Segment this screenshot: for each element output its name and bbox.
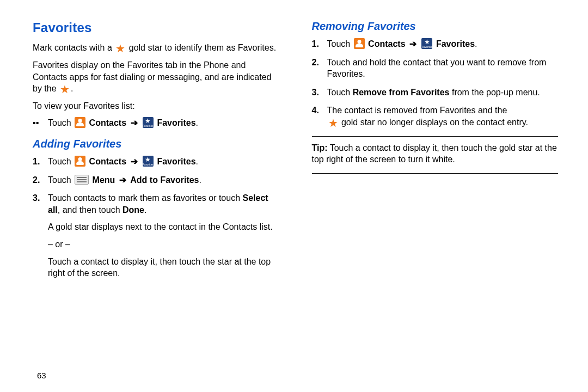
section-title: Favorites bbox=[33, 19, 279, 36]
text: Touch bbox=[327, 88, 353, 97]
text: Mark contacts with a bbox=[33, 43, 114, 52]
or-separator: – or – bbox=[48, 238, 279, 250]
menu-icon bbox=[75, 175, 89, 185]
step-note: A gold star displays next to the contact… bbox=[48, 221, 279, 233]
text: The contact is removed from Favorites an… bbox=[327, 106, 507, 115]
manual-page: Favorites Mark contacts with a ★ gold st… bbox=[0, 0, 588, 392]
label: Add to Favorites bbox=[130, 175, 199, 185]
text: gold star no longer displays on the cont… bbox=[341, 118, 528, 127]
step-item: Touch Remove from Favorites from the pop… bbox=[312, 87, 559, 99]
text: . bbox=[196, 118, 198, 127]
tip-text: Touch a contact to display it, then touc… bbox=[312, 143, 557, 164]
label: Favorites bbox=[157, 118, 195, 127]
label: Remove from Favorites bbox=[353, 88, 450, 97]
favorites-icon: ★Favorites bbox=[143, 117, 154, 128]
step-item: Touch contacts to mark them as favorites… bbox=[33, 192, 279, 279]
arrow-icon: ➔ bbox=[131, 157, 138, 166]
removing-steps: Touch Contacts ➔ ★Favorites Favorites. T… bbox=[312, 38, 559, 128]
step-item: The contact is removed from Favorites an… bbox=[312, 105, 559, 128]
intro-paragraph-2: Favorites display on the Favorites tab i… bbox=[33, 59, 279, 95]
subsection-title: Adding Favorites bbox=[33, 137, 279, 151]
text: . bbox=[144, 205, 146, 215]
subsection-title: Removing Favorites bbox=[312, 19, 559, 34]
step-item: Touch and hold the contact that you want… bbox=[312, 57, 559, 80]
bullet-icon: ▪▪ bbox=[33, 117, 48, 129]
star-icon: ★ bbox=[60, 83, 70, 95]
star-icon: ★ bbox=[328, 117, 338, 129]
tip-paragraph: Tip: Touch a contact to display it, then… bbox=[312, 142, 559, 166]
label: Contacts bbox=[89, 118, 126, 127]
arrow-icon: ➔ bbox=[119, 175, 126, 185]
text: . bbox=[199, 175, 201, 185]
text: from the pop-up menu. bbox=[449, 88, 540, 97]
divider bbox=[312, 173, 559, 174]
text: Touch contacts to mark them as favorites… bbox=[48, 193, 243, 203]
arrow-icon: ➔ bbox=[409, 39, 416, 48]
arrow-icon: ➔ bbox=[131, 118, 138, 127]
bullet-item: ▪▪ Touch Contacts ➔ ★Favorites Favorites… bbox=[33, 117, 279, 129]
adding-steps: Touch Contacts ➔ ★Favorites Favorites. T… bbox=[33, 156, 279, 279]
step-item: Touch Contacts ➔ ★Favorites Favorites. bbox=[33, 156, 279, 168]
tip-label: Tip: bbox=[312, 143, 328, 152]
text: gold star to identify them as Favorites. bbox=[129, 43, 276, 52]
page-number: 63 bbox=[37, 371, 46, 380]
intro-paragraph-1: Mark contacts with a ★ gold star to iden… bbox=[33, 42, 279, 54]
step-item: Touch Menu ➔ Add to Favorites. bbox=[33, 174, 279, 186]
intro-paragraph-3: To view your Favorites list: bbox=[33, 100, 279, 112]
text: . bbox=[475, 39, 477, 48]
favorites-icon: ★Favorites bbox=[143, 156, 154, 167]
label: Menu bbox=[93, 175, 115, 185]
label: Favorites bbox=[436, 39, 475, 48]
right-column: Removing Favorites Touch Contacts ➔ ★Fav… bbox=[312, 19, 559, 392]
step-item: Touch Contacts ➔ ★Favorites Favorites. bbox=[312, 38, 559, 50]
contacts-icon bbox=[75, 156, 85, 167]
divider bbox=[312, 136, 559, 137]
text: Touch bbox=[48, 175, 74, 185]
text: Touch bbox=[48, 118, 74, 127]
label: Done bbox=[122, 205, 144, 215]
label: Contacts bbox=[368, 39, 405, 48]
step-alt: Touch a contact to display it, then touc… bbox=[48, 256, 279, 279]
text: , and then touch bbox=[58, 205, 122, 215]
text: . bbox=[196, 157, 198, 166]
text: Touch bbox=[327, 39, 353, 48]
label: Favorites bbox=[157, 157, 195, 166]
left-column: Favorites Mark contacts with a ★ gold st… bbox=[33, 19, 279, 392]
bullet-text: Touch Contacts ➔ ★Favorites Favorites. bbox=[48, 117, 198, 129]
text: . bbox=[71, 84, 73, 93]
favorites-icon: ★Favorites bbox=[421, 38, 432, 49]
contacts-icon bbox=[354, 38, 365, 49]
label: Contacts bbox=[89, 157, 126, 166]
contacts-icon bbox=[75, 117, 85, 128]
text: Touch bbox=[48, 157, 74, 166]
star-icon: ★ bbox=[115, 42, 125, 54]
